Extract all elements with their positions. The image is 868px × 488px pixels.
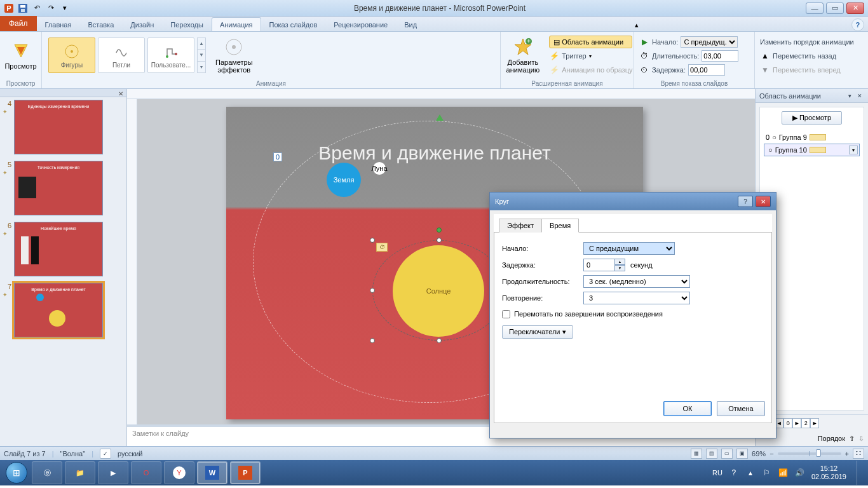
tray-volume-icon[interactable]: 🔊	[795, 468, 805, 478]
anim-timeline-chip-2	[810, 147, 826, 153]
task-yandex[interactable]: Y	[164, 461, 194, 484]
add-animation-button[interactable]: + Добавить анимацию	[502, 34, 545, 76]
animation-pane-dropdown-icon[interactable]: ▾	[845, 92, 854, 100]
file-tab[interactable]: Файл	[0, 16, 37, 31]
input-language[interactable]: RU	[712, 469, 722, 477]
task-powerpoint[interactable]: P	[230, 461, 261, 484]
animation-pane-button[interactable]: ▤ Область анимации	[549, 36, 632, 48]
animation-pane-play-button[interactable]: ▶ Просмотр	[782, 111, 842, 125]
task-media[interactable]: ▶	[98, 461, 128, 484]
fit-to-window-icon[interactable]: ⛶	[853, 449, 864, 459]
undo-icon[interactable]: ↶	[31, 2, 43, 15]
view-normal-icon[interactable]: ▦	[691, 449, 702, 459]
gallery-item-loops[interactable]: Петли	[98, 37, 145, 73]
anim-order-tag-0[interactable]: 0	[273, 152, 282, 161]
ribbon-minimize-icon[interactable]: ▴	[630, 18, 643, 31]
tray-network-icon[interactable]: 📶	[778, 468, 789, 478]
tray-flag-icon[interactable]: ⚐	[762, 468, 772, 478]
start-button[interactable]: ⊞	[3, 461, 31, 485]
dlg-cancel-button[interactable]: Отмена	[717, 401, 765, 416]
app-icon[interactable]: P	[3, 2, 15, 15]
thumbnail-7[interactable]: 7✦ Время и движение планет	[3, 283, 126, 337]
clock[interactable]: 15:12 02.05.2019	[811, 464, 846, 481]
zoom-percent[interactable]: 69%	[752, 450, 766, 458]
tab-insert[interactable]: Вставка	[79, 17, 122, 31]
dlg-delay-spinner[interactable]: ▲▼	[615, 259, 625, 271]
reorder-up-icon[interactable]: ⇧	[849, 435, 855, 443]
task-opera[interactable]: O	[131, 461, 161, 484]
gallery-item-custom[interactable]: Пользовате...	[147, 37, 194, 73]
view-slideshow-icon[interactable]: ▣	[736, 449, 748, 459]
close-button[interactable]: ✕	[846, 3, 864, 14]
handle-nw[interactable]	[370, 238, 375, 243]
language-indicator[interactable]: русский	[118, 450, 142, 458]
dlg-triggers-button[interactable]: Переключатели ▾	[502, 325, 573, 339]
delay-input[interactable]	[688, 64, 725, 76]
task-explorer[interactable]: 📁	[65, 461, 95, 484]
tab-design[interactable]: Дизайн	[122, 17, 162, 31]
dlg-delay-input[interactable]	[583, 259, 615, 271]
tab-transitions[interactable]: Переходы	[162, 17, 212, 31]
handle-w[interactable]	[370, 288, 375, 293]
restore-button[interactable]: ▭	[826, 3, 844, 14]
rotation-handle[interactable]	[437, 227, 442, 233]
tab-view[interactable]: Вид	[396, 17, 425, 31]
show-desktop-button[interactable]	[857, 461, 863, 485]
dialog-tab-timing[interactable]: Время	[541, 219, 579, 233]
motion-path-icon: ○	[772, 133, 776, 141]
redo-icon[interactable]: ↷	[44, 2, 57, 15]
help-icon[interactable]: ?	[851, 18, 864, 31]
spellcheck-icon[interactable]: ✓	[100, 449, 111, 459]
anim-item-dropdown[interactable]: ▾	[849, 146, 858, 154]
tab-slideshow[interactable]: Показ слайдов	[261, 17, 326, 31]
timeline-nav[interactable]: ◄0►2►	[775, 418, 819, 428]
zoom-out-icon[interactable]: −	[770, 450, 773, 458]
sun-shape[interactable]: Солнце	[393, 245, 484, 337]
handle-n[interactable]	[437, 238, 442, 243]
move-earlier-button[interactable]: ▲Переместить назад	[760, 50, 863, 62]
dialog-close-button[interactable]: ✕	[756, 196, 771, 207]
dialog-help-button[interactable]: ?	[738, 196, 753, 207]
view-reading-icon[interactable]: ▭	[721, 449, 733, 459]
thumbnail-5[interactable]: 5✦ Точность измерения	[3, 161, 126, 215]
zoom-slider[interactable]	[778, 452, 841, 455]
thumbnail-4[interactable]: 4✦ Единицы измерения времени	[3, 100, 126, 154]
trigger-button[interactable]: ⚡ Триггер▾	[549, 50, 632, 62]
reorder-down-icon[interactable]: ⇩	[858, 435, 864, 443]
tab-review[interactable]: Рецензирование	[325, 17, 396, 31]
dlg-repeat-select[interactable]: 3	[583, 292, 690, 304]
task-word[interactable]: W	[197, 461, 227, 484]
dlg-start-select[interactable]: С предыдущим	[583, 242, 675, 255]
dialog-titlebar[interactable]: Круг ? ✕	[490, 193, 776, 210]
tray-help-icon[interactable]: ?	[729, 468, 739, 478]
minimize-button[interactable]: —	[806, 3, 824, 14]
start-select[interactable]: С предыдущ...	[681, 36, 738, 48]
tray-chevron-icon[interactable]: ▴	[745, 468, 756, 478]
thumbnails-close-icon[interactable]: ✕	[116, 89, 125, 98]
animation-pane-close-icon[interactable]: ✕	[855, 92, 864, 100]
handle-sw[interactable]	[370, 338, 375, 343]
task-ie[interactable]: ⓔ	[32, 461, 62, 484]
gallery-item-shapes[interactable]: Фигуры	[48, 37, 95, 73]
effect-options-button[interactable]: Параметры эффектов	[211, 34, 257, 76]
earth-shape[interactable]: Земля	[327, 163, 361, 197]
moon-shape[interactable]: Луна	[372, 161, 386, 175]
save-icon[interactable]	[17, 2, 29, 15]
dialog-tab-effect[interactable]: Эффект	[499, 219, 542, 233]
zoom-in-icon[interactable]: +	[845, 450, 849, 458]
tab-home[interactable]: Главная	[37, 17, 80, 31]
dlg-rewind-checkbox[interactable]	[502, 310, 510, 318]
tab-animations[interactable]: Анимация	[212, 17, 261, 31]
gallery-scroll[interactable]: ▲▼▾	[197, 37, 206, 73]
anim-order-tag-path[interactable]: ⏱	[376, 243, 388, 252]
animation-item-1[interactable]: 0 ○ Группа 9	[764, 131, 860, 144]
duration-input[interactable]	[702, 50, 738, 62]
preview-button[interactable]: Просмотр	[0, 34, 41, 76]
thumbnail-6[interactable]: 6✦ Новейшее время	[3, 222, 126, 276]
qat-more-icon[interactable]: ▾	[58, 2, 71, 15]
view-sorter-icon[interactable]: ▤	[706, 449, 717, 459]
dlg-ok-button[interactable]: ОК	[663, 401, 712, 416]
dlg-duration-select[interactable]: 3 сек. (медленно)	[583, 275, 690, 288]
animation-item-2[interactable]: ○ Группа 10 ▾	[764, 144, 860, 156]
handle-s[interactable]	[437, 338, 442, 343]
